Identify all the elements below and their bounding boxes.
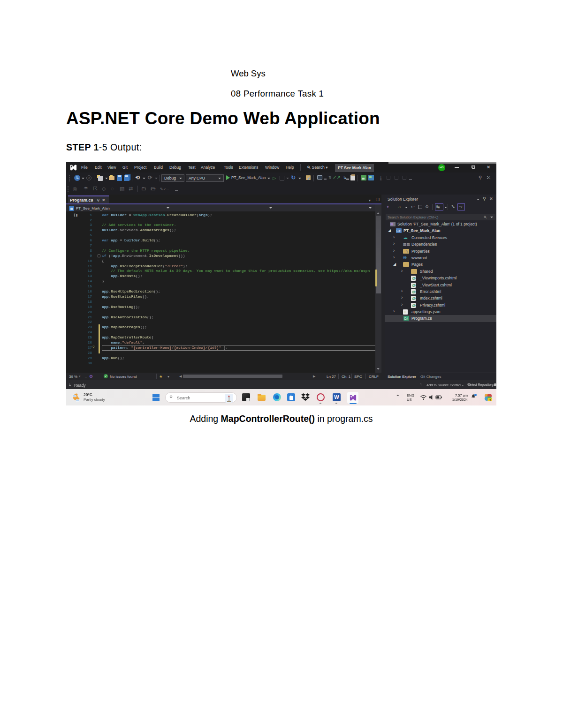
svg-text:78: 78: [488, 399, 491, 401]
